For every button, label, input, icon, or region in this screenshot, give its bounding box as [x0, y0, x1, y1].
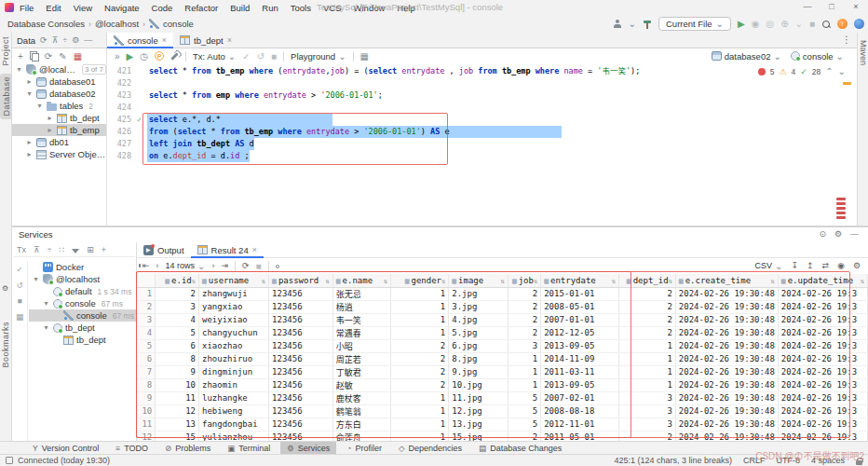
services-tree-item-localhost[interactable]: ▾@localhost	[29, 273, 136, 285]
cell-e-id[interactable]: 15	[156, 431, 199, 441]
sort-icon[interactable]: ⇅	[384, 278, 387, 285]
row-number-cell[interactable]: 11	[137, 418, 156, 431]
refresh-icon[interactable]: ⟳	[40, 35, 47, 45]
tool-window-stripe-maven[interactable]: Maven	[859, 40, 868, 65]
cell-image[interactable]: 13.jpg	[449, 418, 509, 431]
cell-image[interactable]: 10.jpg	[449, 378, 509, 391]
ide-update-icon[interactable]: ↑	[837, 19, 848, 29]
cell-job[interactable]: 2	[508, 300, 540, 313]
rollback-icon[interactable]: ↺	[257, 51, 264, 62]
cell-e-id[interactable]: 4	[156, 313, 199, 326]
menu-item-view[interactable]: View	[74, 3, 92, 13]
cell-dept-id[interactable]: 3	[618, 391, 675, 404]
commit-icon[interactable]: ✓	[16, 265, 22, 274]
row-number-cell[interactable]: 10	[137, 404, 156, 418]
breadcrumb-item-console[interactable]: console	[163, 19, 194, 29]
column-header-e-id[interactable]: ▦e.id⇅	[156, 274, 199, 287]
cell-e-name[interactable]: 韦一笑	[332, 313, 390, 326]
chevron-right-icon[interactable]: ▸	[46, 126, 54, 134]
menu-item-build[interactable]: Build	[230, 3, 250, 13]
duplicate-icon[interactable]	[30, 51, 38, 61]
cell-e-name[interactable]: 赵敏	[332, 378, 390, 391]
code-text[interactable]	[147, 77, 149, 89]
cell-e-update-time[interactable]: 2024-02-26 19:3	[778, 365, 867, 378]
line-separator-widget[interactable]: CRLF	[743, 456, 766, 465]
cell-password[interactable]: 123456	[269, 300, 333, 313]
code-text[interactable]: select * from tb_emp where (entrydate,jo…	[147, 65, 640, 77]
table-icon[interactable]: ▦	[16, 312, 23, 322]
tool-window-button-services[interactable]: ⚙Services	[280, 442, 336, 455]
cell-dept-id[interactable]: 2	[618, 326, 675, 339]
row-number-cell[interactable]: 8	[137, 378, 156, 391]
row-number-cell[interactable]: 2	[137, 300, 156, 313]
tool-window-button-version-control[interactable]: YVersion Control	[26, 442, 105, 455]
cell-e-create-time[interactable]: 2024-02-26 19:30:48	[675, 326, 778, 339]
row-number-cell[interactable]: 5	[137, 339, 156, 352]
run-button[interactable]: ▶	[738, 19, 745, 29]
code-text[interactable]: from (select * from tb_emp where entryda…	[147, 126, 562, 138]
cell-gender[interactable]: 1	[391, 287, 449, 300]
cell-entrydate[interactable]: 2007-01-01	[541, 313, 619, 326]
cell-e-id[interactable]: 10	[156, 378, 199, 391]
cell-gender[interactable]: 1	[391, 404, 449, 418]
cell-image[interactable]: 11.jpg	[449, 391, 509, 404]
services-stripe-icon[interactable]: ⚙	[2, 284, 8, 293]
cell-username[interactable]: luzhangke	[198, 391, 268, 404]
add-service-icon[interactable]: +	[102, 245, 106, 254]
chevron-down-icon[interactable]: ▾	[42, 323, 50, 332]
cell-e-update-time[interactable]: 2024-02-26 19:3	[778, 352, 867, 365]
cell-entrydate[interactable]: 2011-05-01	[541, 431, 619, 441]
cell-e-id[interactable]: 13	[156, 418, 199, 431]
cell-entrydate[interactable]: 2013-09-05	[541, 378, 619, 391]
sort-icon[interactable]: ⇅	[326, 278, 330, 285]
close-button[interactable]: ×	[844, 0, 868, 15]
collapse-all-icon[interactable]: ÷	[62, 35, 67, 45]
cell-username[interactable]: hebiweng	[198, 404, 268, 418]
cell-e-create-time[interactable]: 2024-02-26 19:30:48	[675, 404, 778, 418]
cell-username[interactable]: zhangwuji	[198, 287, 268, 300]
cell-entrydate[interactable]: 2015-01-01	[541, 287, 619, 300]
cell-dept-id[interactable]: 1	[618, 365, 675, 378]
sort-icon[interactable]: ⇅	[612, 278, 616, 285]
column-header-password[interactable]: ▦password⇅	[269, 274, 333, 287]
cell-password[interactable]: 123456	[269, 352, 333, 365]
cancel-query-icon[interactable]: ■	[271, 51, 277, 62]
chevron-right-icon[interactable]: ▸	[25, 150, 34, 158]
cell-username[interactable]: changyuchun	[198, 326, 268, 339]
sort-icon[interactable]: ⇅	[501, 278, 505, 285]
menu-item-edit[interactable]: Edit	[46, 3, 61, 13]
cell-e-name[interactable]: 鹤笔翁	[332, 404, 390, 418]
cell-e-update-time[interactable]: 2024-02-26 19:3	[778, 300, 867, 313]
export-format-selector[interactable]: CSV ⌄	[755, 261, 783, 271]
cell-e-id[interactable]: 8	[156, 352, 199, 365]
cell-dept-id[interactable]: 2	[618, 287, 675, 300]
tx-mode-selector[interactable]: Tx: Auto ⌄	[193, 51, 236, 62]
code-text[interactable]	[147, 102, 149, 114]
services-tree-item-docker[interactable]: Docker	[29, 261, 136, 273]
gear-icon[interactable]: ⚙	[834, 229, 842, 239]
prev-issue-icon[interactable]: ⌃	[825, 66, 833, 76]
cell-e-create-time[interactable]: 2024-02-26 19:30:48	[675, 378, 778, 391]
history-icon[interactable]: ◷	[140, 51, 148, 62]
cell-password[interactable]: 123456	[269, 378, 333, 391]
cell-e-create-time[interactable]: 2024-02-26 19:30:48	[675, 287, 778, 300]
cell-e-name[interactable]: 小昭	[332, 339, 390, 352]
cell-password[interactable]: 123456	[269, 287, 333, 300]
cell-image[interactable]: 5.jpg	[449, 326, 509, 339]
import-data-icon[interactable]: ↥	[807, 261, 814, 270]
db-tree-item-tables[interactable]: ▾tables2	[12, 100, 106, 112]
table-diagram-icon[interactable]: ▦	[74, 51, 82, 62]
cell-e-create-time[interactable]: 2024-02-26 19:30:48	[675, 418, 778, 431]
cell-gender[interactable]: 1	[391, 418, 449, 431]
cell-e-id[interactable]: 11	[156, 391, 199, 404]
cell-password[interactable]: 123456	[269, 326, 333, 339]
stop-icon[interactable]: ■	[17, 296, 21, 306]
cell-e-create-time[interactable]: 2024-02-26 19:30:48	[675, 391, 778, 404]
cell-gender[interactable]: 2	[391, 378, 449, 391]
sort-icon[interactable]: ⇅	[771, 278, 775, 285]
row-number-cell[interactable]: 12	[137, 431, 156, 441]
cell-username[interactable]: yulianzhou	[198, 431, 268, 441]
collapse-all-icon[interactable]: ÷	[47, 245, 52, 254]
chevron-down-icon[interactable]: ▾	[35, 102, 44, 110]
tool-window-button-todo[interactable]: ≡TODO	[109, 442, 155, 455]
